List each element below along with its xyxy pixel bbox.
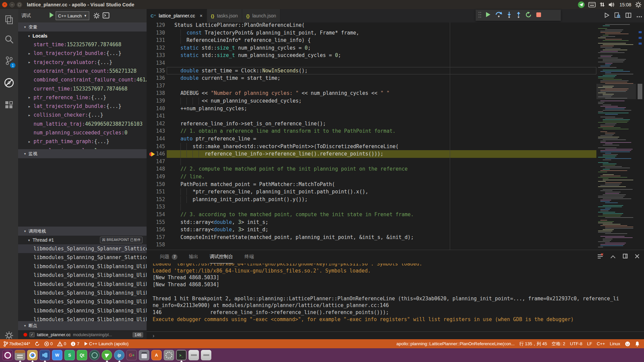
variable-row[interactable]: num_lattice_traj: 4629965023882716103 bbox=[18, 120, 147, 128]
code-line[interactable]: 154 // 3. according to the matched point… bbox=[147, 211, 644, 219]
tab-close-icon[interactable]: × bbox=[200, 13, 202, 18]
variable-row[interactable]: constraint_failure_count: 556271328 bbox=[18, 67, 147, 75]
line-number[interactable]: 148 bbox=[147, 165, 165, 173]
infos-item[interactable]: 7 bbox=[68, 339, 82, 348]
dock-item-calculator[interactable] bbox=[139, 349, 149, 362]
volume-icon[interactable] bbox=[609, 2, 615, 7]
twistie-icon[interactable]: ▸ bbox=[29, 52, 30, 55]
telegram-indicator-icon[interactable] bbox=[578, 1, 585, 8]
variable-row[interactable]: start_time: 1523257697.7874668 bbox=[18, 40, 147, 49]
launch-status-item[interactable]: C++ Launch (apollo) bbox=[82, 339, 131, 348]
dock-item-telegram[interactable] bbox=[102, 349, 112, 362]
stack-frame-row[interactable]: libmodules_Splanning_Slibplanning_Ulib bbox=[18, 306, 147, 315]
callstack-thread-row[interactable]: ▾ Thread #1 因 BREAKPOINT 已暂停 bbox=[18, 236, 147, 244]
code-line[interactable]: 158 bbox=[147, 241, 644, 249]
window-minimize-button[interactable]: – bbox=[9, 2, 15, 7]
line-number[interactable]: 135 bbox=[147, 67, 165, 75]
eol-item[interactable]: LF bbox=[585, 339, 594, 348]
code-line[interactable]: 138 ADEBUG << "Number of planning cycles… bbox=[147, 89, 644, 97]
code-line[interactable]: 140 ++num_planning_cycles; bbox=[147, 105, 644, 113]
line-number[interactable]: 142 bbox=[147, 120, 165, 128]
network-arrows-icon[interactable] bbox=[599, 2, 605, 7]
window-close-button[interactable]: × bbox=[2, 2, 7, 7]
editor-scrollbar[interactable] bbox=[636, 22, 644, 250]
line-number[interactable]: 151 bbox=[147, 188, 165, 196]
window-maximize-button[interactable]: ▢ bbox=[17, 2, 22, 7]
line-number[interactable]: 136 bbox=[147, 74, 165, 82]
line-number[interactable]: 157 bbox=[147, 234, 165, 241]
clock[interactable]: 15:08 bbox=[620, 2, 631, 7]
start-debugging-button[interactable] bbox=[49, 12, 54, 19]
clear-console-icon[interactable] bbox=[597, 253, 603, 260]
panel-tab-active[interactable]: 调试控制台 bbox=[210, 250, 233, 263]
code-line[interactable]: 156 std::array<double, 3> init_d; bbox=[147, 226, 644, 234]
extensions-icon[interactable] bbox=[0, 97, 18, 113]
restart-button[interactable] bbox=[526, 12, 532, 19]
line-number[interactable]: 156 bbox=[147, 226, 165, 234]
restore-panel-icon[interactable] bbox=[623, 254, 628, 260]
stack-frame-row[interactable]: libmodules_Splanning_Slibplanning_Ulib bbox=[18, 271, 147, 280]
code-line[interactable]: 148 // 2. compute the matched point of t… bbox=[147, 165, 644, 173]
source-control-icon[interactable]: 1 bbox=[0, 53, 18, 69]
variable-row[interactable]: ▸ptr_path_time_graph: {...} bbox=[18, 137, 147, 146]
code-line[interactable]: 157 ComputeInitFrenetState(matched_point… bbox=[147, 234, 644, 241]
dock-item-ubuntu-dash[interactable] bbox=[2, 349, 13, 362]
code-editor[interactable]: 129Status LatticePlanner::PlanOnReferenc… bbox=[147, 22, 644, 250]
panel-tab-item[interactable]: 问题7 bbox=[160, 250, 177, 263]
watch-section-header[interactable]: ▾ 监视 bbox=[18, 149, 147, 158]
line-number[interactable]: 149 bbox=[147, 173, 165, 181]
continue-button[interactable] bbox=[486, 12, 491, 19]
code-line[interactable]: 151 *ptr_reference_line, planning_init_p… bbox=[147, 188, 644, 196]
variables-scope-row[interactable]: ▾ Locals bbox=[18, 32, 147, 40]
line-number[interactable]: 153 bbox=[147, 203, 165, 211]
dock-item-wps-spreadsheet[interactable]: S bbox=[64, 349, 75, 362]
line-number[interactable]: 141 bbox=[147, 112, 165, 120]
variable-row[interactable]: ▸lon_trajectory1d_bundle: {...} bbox=[18, 49, 147, 58]
errors-item[interactable]: 0 bbox=[42, 339, 55, 348]
code-line[interactable]: 137 bbox=[147, 82, 644, 90]
line-number[interactable]: 158 bbox=[147, 241, 165, 249]
line-number[interactable]: 152 bbox=[147, 196, 165, 203]
stack-frame-row[interactable]: libmodules_Splanning_Splanner_Slattice_ bbox=[18, 244, 147, 253]
twistie-icon[interactable]: ▸ bbox=[29, 140, 30, 143]
code-line[interactable]: 146 reference_line_info->reference_line(… bbox=[147, 150, 644, 158]
line-number[interactable]: 132 bbox=[147, 44, 165, 52]
line-number[interactable]: 154 bbox=[147, 211, 165, 219]
warnings-item[interactable]: 0 bbox=[55, 339, 68, 348]
run-icon[interactable] bbox=[605, 13, 609, 19]
twistie-icon[interactable]: ▸ bbox=[29, 60, 30, 64]
open-debug-console-icon[interactable] bbox=[103, 12, 109, 20]
variable-row[interactable]: ▸lat_trajectory1d_bundle: {...} bbox=[18, 102, 147, 111]
code-line[interactable]: 152 planning_init_point.path_point().y()… bbox=[147, 196, 644, 203]
panel-tab-item[interactable]: 输出 bbox=[189, 250, 198, 263]
configure-gear-icon[interactable] bbox=[93, 12, 100, 20]
variable-row[interactable]: combined_constraint_failure_count: 461… bbox=[18, 75, 147, 84]
variable-row[interactable]: ▸trajectory_evaluator: {...} bbox=[18, 58, 147, 67]
toolbar-grip[interactable] bbox=[478, 12, 481, 19]
variable-row[interactable]: num_planning_succeeded_cycles: 0 bbox=[18, 128, 147, 137]
code-line[interactable]: 133 static std::size_t num_planning_succ… bbox=[147, 52, 644, 59]
dock-item-file-manager[interactable] bbox=[15, 349, 25, 362]
debug-console-input[interactable]: › bbox=[147, 331, 644, 340]
dock-item-media-player[interactable]: ip bbox=[114, 349, 124, 362]
step-into-button[interactable] bbox=[507, 12, 512, 19]
code-line[interactable]: 129Status LatticePlanner::PlanOnReferenc… bbox=[147, 22, 644, 29]
code-line[interactable]: 132 static std::size_t num_planning_cycl… bbox=[147, 44, 644, 52]
debug-context-item[interactable]: apollo::planning::LatticePlanner::PlanOn… bbox=[394, 339, 517, 348]
more-actions-icon[interactable] bbox=[637, 13, 642, 19]
variable-row[interactable]: ▸ptr_reference_line: {...} bbox=[18, 93, 147, 102]
close-panel-icon[interactable] bbox=[635, 254, 639, 260]
callstack-section-header[interactable]: ▾ 调用堆栈 bbox=[18, 227, 147, 236]
breakpoint-row[interactable]: ✓ lattice_planner.cc modules/planning/pl… bbox=[18, 330, 147, 339]
notifications-bell-icon[interactable] bbox=[633, 339, 642, 348]
twistie-icon[interactable]: ▸ bbox=[29, 105, 30, 108]
open-preview-icon[interactable] bbox=[614, 12, 620, 19]
line-number[interactable]: 143 bbox=[147, 127, 165, 135]
launch-config-dropdown[interactable]: C++ Launch▼ bbox=[56, 11, 89, 20]
code-line[interactable]: 139 << num_planning_succeeded_cycles; bbox=[147, 97, 644, 105]
code-line[interactable]: 149 // line. bbox=[147, 173, 644, 181]
split-editor-icon[interactable] bbox=[626, 13, 631, 19]
code-line[interactable]: 150 PathPoint matched_point = PathMatche… bbox=[147, 181, 644, 188]
code-line[interactable]: 135 double start_time = Clock::NowInSeco… bbox=[147, 67, 644, 75]
keyboard-indicator-icon[interactable] bbox=[589, 2, 595, 7]
